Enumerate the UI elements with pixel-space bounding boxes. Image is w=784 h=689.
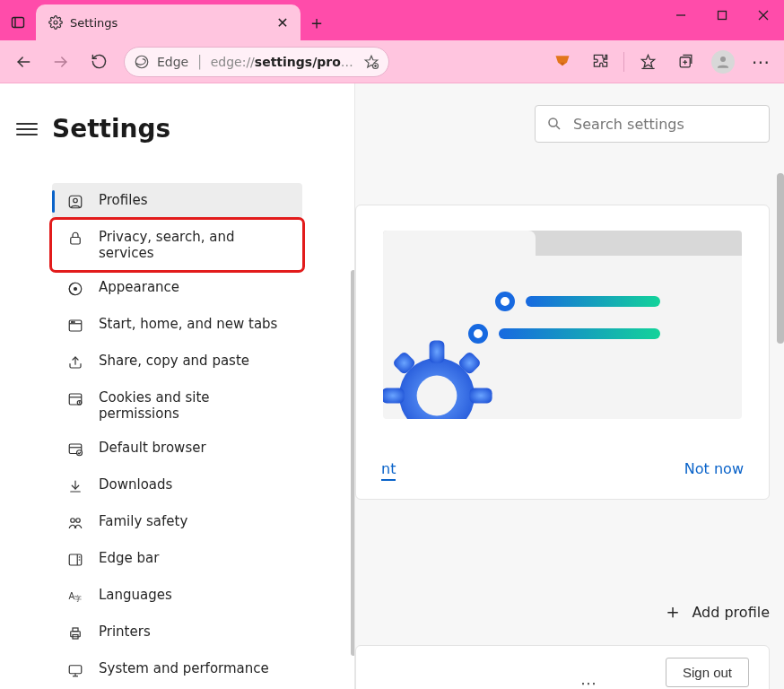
settings-nav: Profiles Privacy, search, and services A… [52,183,302,688]
svg-point-41 [76,519,81,523]
add-profile-button[interactable]: ＋ Add profile [663,598,770,625]
nav-item-cookies[interactable]: Cookies and site permissions [52,380,302,431]
svg-point-29 [72,321,73,322]
address-url: edge://settings/pro… [211,55,356,69]
profile-more-button[interactable]: ⋯ [580,674,598,689]
nav-item-appearance[interactable]: Appearance [52,270,302,307]
system-icon [66,661,84,679]
svg-point-2 [54,21,57,24]
svg-line-55 [556,126,560,129]
more-menu-button[interactable]: ⋯ [743,44,779,80]
download-icon [66,477,84,495]
settings-search-input[interactable]: Search settings [535,105,770,143]
nav-label: Default browser [99,440,206,456]
nav-item-edge-bar[interactable]: Edge bar [52,541,302,578]
nav-label: Family safety [99,513,187,529]
browser-toolbar: Edge │ edge://settings/pro… ⋯ [0,40,784,83]
collections-button[interactable] [667,44,703,80]
sign-out-button[interactable]: Sign out [666,658,749,687]
profile-card: ⋯ Sign out [355,645,770,689]
new-tab-button[interactable]: ＋ [301,4,333,40]
nav-label: Languages [99,587,172,603]
svg-point-54 [549,118,557,126]
nav-label: Profiles [99,192,147,208]
svg-rect-48 [71,632,81,637]
add-profile-label: Add profile [692,604,770,621]
search-placeholder: Search settings [573,116,684,133]
nav-label: Share, copy and paste [99,353,249,369]
nav-label: System and performance [99,660,269,676]
search-icon [546,116,562,132]
forward-button[interactable] [43,44,79,80]
tab-strip: Settings ✕ ＋ [0,0,333,40]
svg-point-26 [74,288,77,291]
svg-rect-59 [383,388,405,404]
svg-rect-57 [430,340,445,362]
svg-point-23 [74,198,78,203]
avatar-icon [711,50,735,74]
nav-item-printers[interactable]: Printers [52,615,302,651]
nav-item-start[interactable]: Start, home, and new tabs [52,307,302,344]
address-separator: │ [196,55,203,69]
browser-tab-settings[interactable]: Settings ✕ [36,4,301,40]
svg-rect-60 [469,388,492,404]
settings-sidebar: Settings Profiles Privacy, search, and s… [0,83,354,689]
main-scrollbar[interactable] [777,173,784,344]
profile-illustration [383,231,742,419]
sign-in-link[interactable]: nt [381,460,396,481]
nav-item-default-browser[interactable]: Default browser [52,431,302,467]
favorite-add-icon[interactable] [363,54,379,70]
address-bar[interactable]: Edge │ edge://settings/pro… [124,47,389,77]
svg-rect-4 [719,12,727,20]
maximize-button[interactable] [701,0,743,31]
window-titlebar: Settings ✕ ＋ [0,0,784,40]
favorites-button[interactable] [630,44,666,80]
nav-label: Downloads [99,476,172,493]
family-icon [66,514,84,532]
browser-check-icon [66,440,84,458]
svg-text:A: A [69,591,75,601]
nav-item-profiles[interactable]: Profiles [52,183,302,220]
profile-icon [66,193,84,211]
svg-rect-24 [71,238,81,245]
window-controls [660,0,784,31]
nav-item-family[interactable]: Family safety [52,504,302,541]
nav-label: Printers [99,624,151,640]
hamburger-menu-button[interactable] [16,119,38,139]
cookie-icon [66,390,84,408]
tab-actions-button[interactable] [0,4,36,40]
nav-label: Appearance [99,279,179,295]
nav-item-system[interactable]: System and performance [52,651,302,688]
tab-close-button[interactable]: ✕ [274,13,292,31]
profile-button[interactable] [705,44,741,80]
profile-sync-card: nt Not now [355,205,770,500]
svg-marker-16 [641,55,654,66]
address-product-label: Edge [157,55,188,69]
page-title: Settings [52,114,170,144]
extension-metamask-icon[interactable] [544,44,580,80]
nav-item-share[interactable]: Share, copy and paste [52,344,302,380]
refresh-button[interactable] [81,44,117,80]
svg-text:字: 字 [74,594,82,603]
printer-icon [66,624,84,642]
minimize-button[interactable] [660,0,701,31]
not-now-link[interactable]: Not now [684,460,744,481]
nav-item-privacy[interactable]: Privacy, search, and services [52,220,302,270]
svg-point-63 [417,376,457,416]
plus-icon: ＋ [663,598,683,625]
tab-title: Settings [70,16,266,30]
sidebar-icon [66,551,84,569]
nav-label: Edge bar [99,550,159,566]
nav-label: Start, home, and new tabs [99,316,277,332]
back-button[interactable] [5,44,41,80]
svg-point-21 [720,57,726,62]
svg-point-40 [71,519,75,523]
svg-rect-0 [13,18,24,28]
nav-item-downloads[interactable]: Downloads [52,467,302,504]
share-icon [66,353,84,371]
brush-icon [66,280,84,298]
close-window-button[interactable] [743,0,784,31]
svg-rect-51 [69,666,82,674]
extensions-button[interactable] [582,44,618,80]
nav-item-languages[interactable]: A字 Languages [52,578,302,615]
